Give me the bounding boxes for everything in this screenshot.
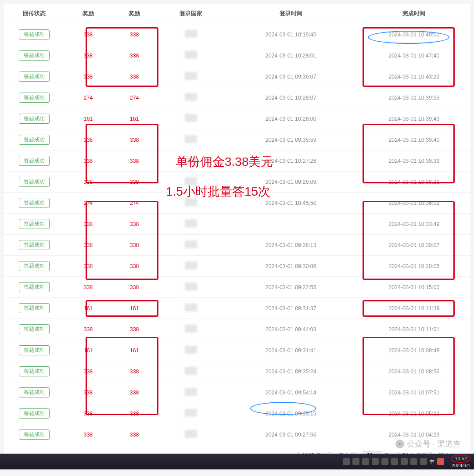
data-table-container: 回传状态 奖励 奖励 登录国家 登录时间 完成时间 答题成功 338 338 2… (4, 4, 470, 466)
cell-status: 答题成功 (4, 235, 65, 256)
table-row[interactable]: 答题成功 338 338 2024-03-01 09:22:55 2024-03… (4, 277, 470, 298)
status-badge: 答题成功 (19, 303, 50, 313)
table-row[interactable]: 答题成功 338 338 2024-03-01 10:15:45 2024-03… (4, 24, 470, 45)
tray-icon[interactable] (410, 458, 417, 465)
cell-login-time (224, 214, 358, 235)
country-flag-blurred (185, 367, 197, 375)
cell-reward2: 338 (111, 382, 158, 403)
tray-icon[interactable] (372, 458, 379, 465)
cell-reward1: 338 (65, 24, 111, 45)
table-row[interactable]: 答题成功 338 338 2024-03-01 09:35:24 2024-03… (4, 361, 470, 382)
table-row[interactable]: 答题成功 161 161 2024-03-01 09:31:37 2024-03… (4, 298, 470, 319)
cell-reward1: 161 (65, 298, 111, 319)
cell-reward1: 338 (65, 256, 111, 277)
tray-icon[interactable] (420, 458, 427, 465)
cell-status: 答题成功 (4, 129, 65, 150)
tray-icon[interactable] (437, 458, 444, 465)
col-head-country: 登录国家 (158, 4, 224, 24)
country-flag-blurred (185, 240, 197, 248)
tray-icon[interactable] (362, 458, 369, 465)
ime-indicator[interactable]: 中 (430, 458, 434, 465)
cell-login-time: 2024-03-01 10:28:07 (224, 87, 358, 108)
cell-status: 答题成功 (4, 340, 65, 361)
cell-reward1: 274 (65, 193, 111, 214)
country-flag-blurred (185, 346, 197, 354)
tray-icon[interactable] (343, 458, 350, 465)
cell-country (158, 235, 224, 256)
cell-login-time: 2024-03-01 09:54:14 (224, 382, 358, 403)
cell-reward2: 338 (111, 403, 158, 424)
cell-reward1: 338 (65, 319, 111, 340)
cell-done-time: 2024-03-01 10:11:39 (358, 298, 470, 319)
table-row[interactable]: 答题成功 338 338 2024-03-01 09:44:03 2024-03… (4, 319, 470, 340)
country-flag-blurred (185, 261, 197, 269)
cell-status: 答题成功 (4, 403, 65, 424)
tray-icon[interactable] (352, 458, 359, 465)
cell-reward1: 338 (65, 66, 111, 87)
country-flag-blurred (185, 72, 197, 80)
table-row[interactable]: 答题成功 338 338 2024-03-01 10:28:01 2024-03… (4, 45, 470, 66)
cell-login-time: 2024-03-01 10:15:45 (224, 24, 358, 45)
system-tray[interactable]: 中 (343, 458, 444, 465)
country-flag-blurred (185, 430, 197, 438)
wechat-icon: ✦ (395, 440, 404, 448)
cell-country (158, 24, 224, 45)
cell-done-time: 2024-03-01 10:43:22 (358, 66, 470, 87)
cell-country (158, 108, 224, 129)
cell-status: 答题成功 (4, 298, 65, 319)
cell-status: 答题成功 (4, 361, 65, 382)
table-row[interactable]: 答题成功 338 338 2024-03-01 09:35:59 2024-03… (4, 129, 470, 150)
col-head-done-time: 完成时间 (358, 4, 470, 24)
status-badge: 答题成功 (19, 198, 50, 208)
tray-icon[interactable] (381, 458, 388, 465)
country-flag-blurred (185, 135, 197, 143)
cell-country (158, 172, 224, 193)
col-head-login-time: 登录时间 (224, 4, 358, 24)
cell-reward2: 274 (111, 87, 158, 108)
table-row[interactable]: 答题成功 161 161 2024-03-01 09:31:41 2024-03… (4, 340, 470, 361)
cell-login-time: 2024-03-01 09:31:41 (224, 340, 358, 361)
cell-reward1: 338 (65, 403, 111, 424)
cell-done-time: 2024-03-01 10:36:02 (358, 193, 470, 214)
cell-done-time: 2024-03-01 10:20:05 (358, 256, 470, 277)
cell-reward1: 338 (65, 172, 111, 193)
taskbar-clock[interactable]: 10:52 2024/3/1 (451, 455, 470, 469)
status-badge: 答题成功 (19, 93, 50, 103)
cell-status: 答题成功 (4, 150, 65, 172)
table-row[interactable]: 答题成功 338 338 2024-03-01 10:27:26 2024-03… (4, 150, 470, 172)
table-row[interactable]: 答题成功 161 161 2024-03-01 10:28:00 2024-03… (4, 108, 470, 129)
cell-country (158, 424, 224, 445)
table-row[interactable]: 答题成功 338 338 2024-03-01 09:28:09 2024-03… (4, 172, 470, 193)
status-badge: 答题成功 (19, 282, 50, 292)
table-row[interactable]: 答题成功 274 274 2024-03-01 10:28:07 2024-03… (4, 87, 470, 108)
cell-reward2: 161 (111, 340, 158, 361)
table-row[interactable]: 答题成功 338 338 2024-03-01 09:28:13 2024-03… (4, 235, 470, 256)
cell-status: 答题成功 (4, 108, 65, 129)
table-row[interactable]: 答题成功 274 274 2024-03-01 10:45:50 2024-03… (4, 193, 470, 214)
windows-taskbar[interactable]: 中 10:52 2024/3/1 (0, 454, 474, 469)
cell-reward1: 338 (65, 361, 111, 382)
table-row[interactable]: 答题成功 338 338 2024-03-01 09:30:06 2024-03… (4, 256, 470, 277)
cell-login-time: 2024-03-01 10:28:01 (224, 45, 358, 66)
cell-login-time: 2024-03-01 10:28:00 (224, 108, 358, 129)
status-badge: 答题成功 (19, 29, 50, 39)
country-flag-blurred (185, 177, 197, 185)
status-badge: 答题成功 (19, 324, 50, 334)
cell-done-time: 2024-03-01 10:15:00 (358, 277, 470, 298)
cell-done-time: 2024-03-01 10:49:01 (358, 24, 470, 45)
tray-icon[interactable] (391, 458, 398, 465)
cell-reward1: 338 (65, 150, 111, 172)
cell-country (158, 382, 224, 403)
table-row[interactable]: 答题成功 338 338 2024-03-01 10:33:49 (4, 214, 470, 235)
table-row[interactable]: 答题成功 338 338 2024-03-01 09:36:07 2024-03… (4, 66, 470, 87)
cell-country (158, 403, 224, 424)
taskbar-date: 2024/3/1 (451, 463, 470, 469)
cell-reward2: 338 (111, 277, 158, 298)
table-row[interactable]: 答题成功 338 338 2024-03-01 09:35:15 2024-03… (4, 403, 470, 424)
cell-country (158, 256, 224, 277)
status-badge: 答题成功 (19, 156, 50, 166)
cell-done-time: 2024-03-01 10:39:39 (358, 150, 470, 172)
tray-icon[interactable] (401, 458, 408, 465)
cell-status: 答题成功 (4, 277, 65, 298)
table-row[interactable]: 答题成功 338 338 2024-03-01 09:54:14 2024-03… (4, 382, 470, 403)
